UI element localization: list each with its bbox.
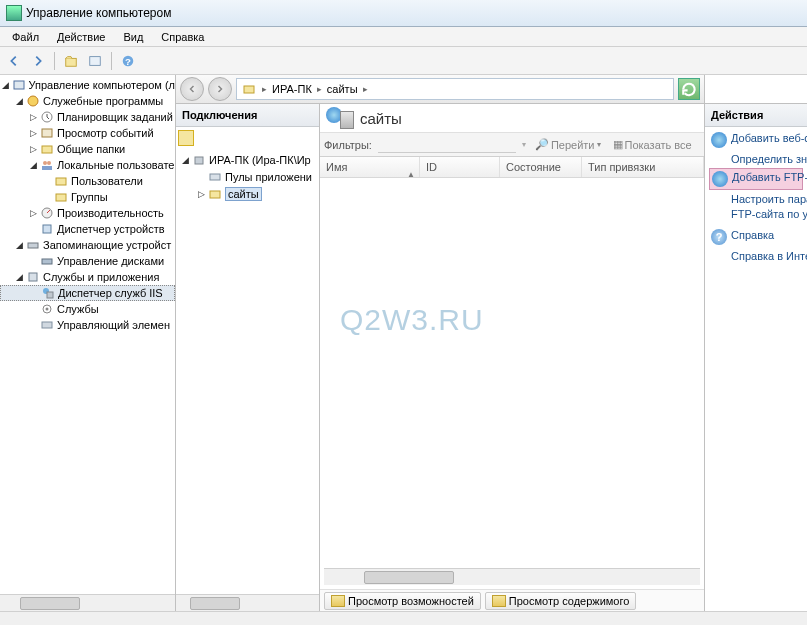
svg-rect-25 bbox=[195, 157, 203, 164]
svg-rect-7 bbox=[42, 129, 52, 137]
tab-features[interactable]: Просмотр возможностей bbox=[324, 592, 481, 610]
refresh-button[interactable] bbox=[678, 78, 700, 100]
tree-groups[interactable]: Группы bbox=[0, 189, 175, 205]
breadcrumb[interactable]: ▸ ИРА-ПК ▸ сайты ▸ bbox=[236, 78, 674, 100]
svg-rect-24 bbox=[244, 86, 254, 93]
menu-action[interactable]: Действие bbox=[49, 29, 113, 45]
action-ftp-defaults-2[interactable]: FTP-сайта по умо bbox=[709, 206, 803, 222]
menu-help[interactable]: Справка bbox=[153, 29, 212, 45]
tree-services[interactable]: Службы bbox=[0, 301, 175, 317]
tree-services-tools[interactable]: ◢Служебные программы bbox=[0, 93, 175, 109]
actions-pane: Действия Добавить веб-са Определить знач… bbox=[705, 75, 807, 611]
app-icon bbox=[6, 5, 22, 21]
action-add-website[interactable]: Добавить веб-са bbox=[709, 130, 803, 150]
col-state[interactable]: Состояние bbox=[500, 157, 582, 177]
go-icon: 🔎 bbox=[535, 138, 549, 151]
showall-button[interactable]: ▦Показать все bbox=[610, 137, 695, 152]
svg-rect-1 bbox=[90, 56, 101, 65]
dropdown-icon[interactable]: ▾ bbox=[522, 140, 526, 149]
features-icon bbox=[331, 595, 345, 607]
filter-bar: Фильтры: ▾ 🔎Перейти▾ ▦Показать все bbox=[320, 133, 704, 157]
svg-rect-15 bbox=[43, 225, 51, 233]
svg-rect-8 bbox=[42, 146, 52, 153]
tree-sharedfolders[interactable]: ▷Общие папки bbox=[0, 141, 175, 157]
grid-body: Q2W3.RU bbox=[320, 178, 704, 568]
grid-column-headers: Имя▲ ID Состояние Тип привязки bbox=[320, 157, 704, 178]
tree-performance[interactable]: ▷Производительность bbox=[0, 205, 175, 221]
svg-rect-17 bbox=[42, 259, 52, 264]
svg-rect-27 bbox=[210, 191, 220, 198]
tree-wmi[interactable]: Управляющий элемен bbox=[0, 317, 175, 333]
tree-eventviewer[interactable]: ▷Просмотр событий bbox=[0, 125, 175, 141]
col-id[interactable]: ID bbox=[420, 157, 500, 177]
col-binding[interactable]: Тип привязки bbox=[582, 157, 704, 177]
action-help-online[interactable]: Справка в Интер bbox=[709, 248, 803, 264]
content-title: сайты bbox=[360, 110, 402, 127]
action-website-defaults[interactable]: Определить знач умолчанию для bbox=[709, 151, 803, 167]
col-name[interactable]: Имя▲ bbox=[320, 157, 420, 177]
nav-fwd-button[interactable] bbox=[208, 77, 232, 101]
globe-icon bbox=[711, 132, 727, 148]
bc-sites[interactable]: сайты bbox=[325, 83, 360, 95]
folder-icon[interactable] bbox=[178, 130, 194, 146]
svg-rect-16 bbox=[28, 243, 38, 248]
menu-view[interactable]: Вид bbox=[115, 29, 151, 45]
svg-point-22 bbox=[46, 308, 49, 311]
bc-arrow-icon: ▸ bbox=[317, 84, 322, 94]
bottom-tabs: Просмотр возможностей Просмотр содержимо… bbox=[320, 589, 704, 611]
svg-rect-26 bbox=[210, 174, 220, 180]
globe-icon bbox=[712, 171, 728, 187]
tree-devicemgr[interactable]: Диспетчер устройств bbox=[0, 221, 175, 237]
conn-host[interactable]: ◢ИРА-ПК (Ира-ПК\Ир bbox=[178, 151, 317, 168]
tree-users[interactable]: Пользователи bbox=[0, 173, 175, 189]
bc-arrow-icon: ▸ bbox=[363, 84, 368, 94]
conn-toolbar bbox=[176, 127, 319, 149]
conn-sites[interactable]: ▷сайты bbox=[178, 185, 317, 202]
tree-svcapps[interactable]: ◢Службы и приложения bbox=[0, 269, 175, 285]
nav-fwd-button[interactable] bbox=[28, 51, 48, 71]
menu-file[interactable]: Файл bbox=[4, 29, 47, 45]
tab-content[interactable]: Просмотр содержимого bbox=[485, 592, 637, 610]
watermark: Q2W3.RU bbox=[340, 303, 484, 337]
action-ftp-defaults[interactable]: Настроить парам bbox=[709, 191, 803, 207]
bc-host[interactable]: ИРА-ПК bbox=[270, 83, 314, 95]
tree-diskmgr[interactable]: Управление дисками bbox=[0, 253, 175, 269]
window-title: Управление компьютером bbox=[26, 6, 171, 20]
tree-localusers[interactable]: ◢Локальные пользовате bbox=[0, 157, 175, 173]
nav-back-button[interactable] bbox=[4, 51, 24, 71]
svg-rect-23 bbox=[42, 322, 52, 328]
svg-rect-13 bbox=[56, 194, 66, 201]
action-add-ftp-site[interactable]: Добавить FTP-са bbox=[709, 168, 803, 190]
svg-rect-20 bbox=[47, 292, 53, 298]
help-button[interactable]: ? bbox=[118, 51, 138, 71]
tree-storage[interactable]: ◢Запоминающие устройст bbox=[0, 237, 175, 253]
tree-iis[interactable]: Диспетчер служб IIS bbox=[0, 285, 175, 301]
bc-arrow-icon: ▸ bbox=[262, 84, 267, 94]
toolbar: ? bbox=[0, 47, 807, 75]
menubar: Файл Действие Вид Справка bbox=[0, 27, 807, 47]
conn-hscrollbar[interactable] bbox=[176, 594, 319, 611]
showall-icon: ▦ bbox=[613, 138, 623, 151]
content-header: сайты bbox=[320, 104, 704, 133]
conn-apppools[interactable]: Пулы приложени bbox=[178, 168, 317, 185]
tree-scheduler[interactable]: ▷Планировщик заданий bbox=[0, 109, 175, 125]
up-button[interactable] bbox=[61, 51, 81, 71]
toolbar-divider bbox=[111, 52, 112, 70]
go-button[interactable]: 🔎Перейти▾ bbox=[532, 137, 604, 152]
filter-input[interactable] bbox=[378, 137, 516, 153]
action-help[interactable]: ?Справка bbox=[709, 227, 803, 247]
connections-header: Подключения bbox=[176, 104, 319, 127]
grid-hscrollbar[interactable] bbox=[324, 568, 700, 585]
svg-rect-0 bbox=[66, 58, 77, 66]
svg-point-10 bbox=[47, 161, 51, 165]
tree-root[interactable]: ◢Управление компьютером (л bbox=[0, 77, 175, 93]
sites-icon bbox=[326, 107, 354, 129]
svg-text:?: ? bbox=[125, 55, 131, 66]
status-bar bbox=[0, 611, 807, 625]
tree-hscrollbar[interactable] bbox=[0, 594, 175, 611]
content-icon bbox=[492, 595, 506, 607]
titlebar: Управление компьютером bbox=[0, 0, 807, 27]
svg-rect-11 bbox=[42, 166, 52, 170]
nav-back-button[interactable] bbox=[180, 77, 204, 101]
props-button[interactable] bbox=[85, 51, 105, 71]
